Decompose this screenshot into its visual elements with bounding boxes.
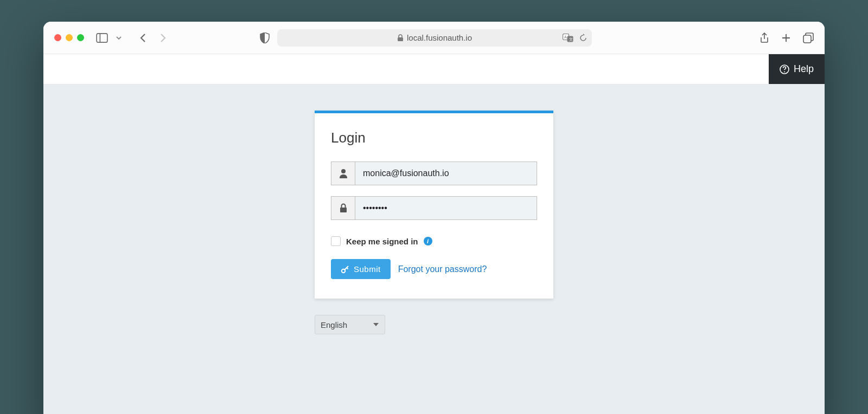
keep-signed-in-checkbox[interactable] [331, 236, 341, 246]
window-controls [54, 34, 84, 41]
shield-icon[interactable] [260, 33, 270, 43]
svg-point-11 [784, 71, 785, 72]
login-title: Login [331, 130, 537, 146]
sidebar-toggle-button[interactable] [96, 33, 108, 43]
app-header: Help [43, 54, 825, 85]
login-panel: Login Keep me signed in i [315, 111, 553, 299]
locale-select[interactable]: English [315, 315, 385, 334]
help-label: Help [794, 63, 814, 75]
url-text: local.fusionauth.io [407, 33, 472, 42]
key-icon [341, 265, 349, 274]
action-row: Submit Forgot your password? [331, 259, 537, 279]
submit-button[interactable]: Submit [331, 259, 391, 279]
info-icon[interactable]: i [424, 237, 432, 245]
tabs-overview-button[interactable] [803, 33, 814, 43]
help-button[interactable]: Help [769, 54, 825, 84]
password-field[interactable] [355, 197, 537, 219]
svg-point-14 [342, 269, 345, 272]
keep-signed-in-row: Keep me signed in i [331, 236, 537, 246]
new-tab-button[interactable] [781, 33, 791, 43]
svg-point-12 [341, 169, 346, 173]
minimize-window-button[interactable] [66, 34, 73, 41]
email-input-group [331, 161, 537, 185]
svg-rect-0 [97, 33, 107, 42]
password-input-group [331, 196, 537, 220]
email-field[interactable] [355, 162, 537, 185]
help-icon [780, 64, 789, 74]
share-button[interactable] [760, 33, 769, 43]
svg-text:文: 文 [569, 37, 573, 41]
lock-icon [331, 197, 355, 219]
svg-rect-13 [340, 208, 347, 212]
forward-button[interactable] [157, 32, 169, 44]
content-area: Login Keep me signed in i [43, 85, 825, 414]
keep-signed-in-label: Keep me signed in [346, 237, 418, 246]
svg-text:A: A [564, 35, 567, 38]
browser-window: local.fusionauth.io A文 [43, 22, 825, 414]
chevron-down-icon[interactable] [116, 35, 122, 41]
svg-line-16 [347, 268, 348, 269]
user-icon [331, 162, 355, 185]
back-button[interactable] [137, 32, 149, 44]
lock-icon [397, 34, 404, 42]
reload-button[interactable] [579, 34, 588, 42]
maximize-window-button[interactable] [77, 34, 84, 41]
browser-toolbar: local.fusionauth.io A文 [43, 22, 825, 54]
svg-rect-9 [803, 35, 811, 43]
address-bar[interactable]: local.fusionauth.io A文 [277, 29, 592, 47]
submit-label: Submit [354, 264, 381, 274]
svg-rect-2 [398, 37, 403, 41]
locale-selector[interactable]: English [315, 315, 385, 334]
translate-icon[interactable]: A文 [563, 34, 573, 42]
forgot-password-link[interactable]: Forgot your password? [398, 264, 487, 274]
close-window-button[interactable] [54, 34, 61, 41]
